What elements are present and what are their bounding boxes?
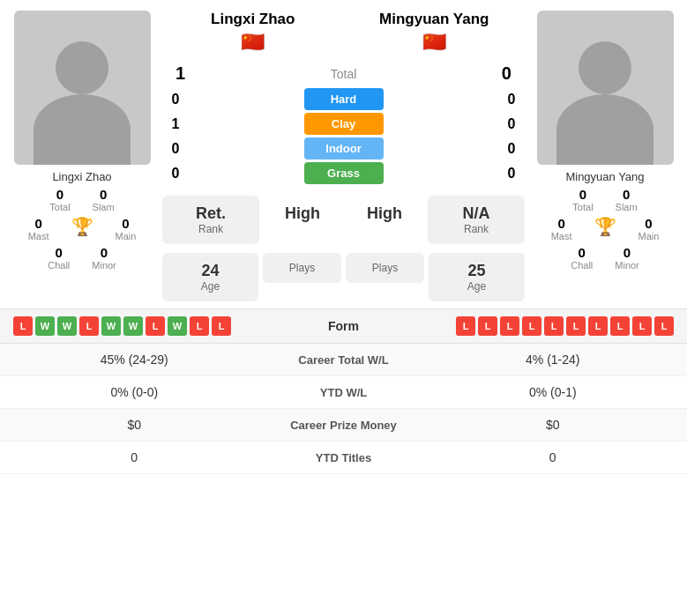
- stat-label: Career Total W/L: [256, 353, 432, 367]
- form-badge: W: [57, 316, 77, 336]
- p2-plays-panel: Plays: [346, 253, 424, 283]
- p2-indoor-score: 0: [498, 141, 525, 157]
- form-badge: L: [522, 316, 541, 336]
- p2-high-space: High: [346, 196, 423, 244]
- indoor-button[interactable]: Indoor: [304, 137, 384, 160]
- player1-stats-row3: 0 Chall 0 Minor: [7, 245, 157, 271]
- indoor-row: 0 Indoor 0: [162, 137, 525, 160]
- player2-chall-lbl: Chall: [571, 260, 593, 271]
- form-badge: W: [168, 316, 187, 336]
- hard-row: 0 Hard 0: [162, 88, 525, 110]
- player1-main-stat: 0 Main: [116, 216, 137, 241]
- player2-trophy: 🏆: [594, 216, 616, 241]
- stat-p1-val: 0% (0-0): [13, 385, 256, 399]
- stat-p2-val: 0% (0-1): [432, 385, 675, 399]
- form-badge: L: [212, 316, 231, 336]
- player2-main-val: 0: [645, 216, 652, 231]
- p2-rank-val: N/A: [437, 204, 516, 223]
- player2-chall-val: 0: [579, 245, 586, 260]
- player1-mast-val: 0: [34, 216, 41, 231]
- stat-label: YTD Titles: [256, 451, 432, 464]
- form-label: Form: [328, 319, 359, 333]
- player2-mast-stat: 0 Mast: [551, 216, 572, 241]
- form-badge: L: [500, 316, 519, 336]
- form-badge: W: [123, 316, 143, 336]
- player1-chall-lbl: Chall: [48, 260, 70, 271]
- p2-high-val: High: [355, 204, 414, 223]
- p2-plays-lbl: Plays: [355, 262, 415, 274]
- p1-form-badges: LWWLWWLWLL: [13, 316, 231, 336]
- p1-high-panel: High: [264, 196, 341, 232]
- form-badge: L: [588, 316, 608, 336]
- p1-age-lbl: Age: [171, 280, 250, 293]
- player1-mast-lbl: Mast: [28, 231, 49, 241]
- p1-rank-val: Ret.: [171, 204, 250, 223]
- form-badge: W: [101, 316, 121, 336]
- player2-header: Mingyuan Yang 🇨🇳: [344, 11, 526, 54]
- player1-mast-stat: 0 Mast: [28, 216, 49, 241]
- player1-total-val: 0: [56, 187, 63, 202]
- main-container: Lingxi Zhao 0 Total 0 Slam 0 Mast: [0, 0, 687, 474]
- stat-label: YTD W/L: [256, 386, 432, 399]
- clay-row: 1 Clay 0: [162, 113, 525, 135]
- stat-label: Career Prize Money: [256, 419, 432, 432]
- player2-mast-lbl: Mast: [551, 231, 572, 241]
- player2-avatar: [537, 11, 674, 165]
- player2-chall-stat: 0 Chall: [571, 245, 593, 271]
- p1-grass-score: 0: [162, 166, 189, 182]
- player1-total-lbl: Total: [49, 202, 70, 212]
- p1-rank-panel: Ret. Rank: [162, 196, 259, 244]
- p2-plays-space: Plays: [346, 253, 424, 301]
- form-badge: L: [79, 316, 99, 336]
- p2-clay-score: 0: [498, 116, 525, 132]
- form-badge: L: [632, 316, 652, 336]
- player1-total-score: 1: [175, 63, 185, 84]
- p1-hard-score: 0: [162, 92, 189, 108]
- hard-button[interactable]: Hard: [304, 88, 384, 110]
- form-badge: L: [544, 316, 564, 336]
- player2-minor-val: 0: [624, 245, 631, 260]
- stat-p2-val: 0: [432, 450, 675, 464]
- p1-plays-lbl: Plays: [272, 262, 332, 274]
- p1-indoor-score: 0: [162, 141, 189, 157]
- p1-age-val: 24: [171, 262, 250, 280]
- player1-minor-val: 0: [101, 245, 108, 260]
- player2-slam-stat: 0 Slam: [616, 187, 638, 212]
- player2-card: Mingyuan Yang 0 Total 0 Slam 0 Mast: [530, 11, 680, 271]
- p1-plays-panel: Plays: [263, 253, 341, 283]
- player2-trophy-icon: 🏆: [594, 216, 616, 237]
- clay-button[interactable]: Clay: [304, 113, 384, 135]
- stat-p1-val: $0: [13, 418, 256, 432]
- player1-chall-val: 0: [56, 245, 63, 260]
- player2-stats-row1: 0 Total 0 Slam: [530, 187, 680, 212]
- stat-p1-val: 0: [13, 450, 256, 464]
- player1-main-lbl: Main: [116, 231, 137, 241]
- center-col: Lingxi Zhao 🇨🇳 Mingyuan Yang 🇨🇳 1 Total …: [162, 11, 525, 301]
- surfaces-section: 0 Hard 0 1 Clay 0 0 Indoor 0 0 Grass: [162, 88, 525, 184]
- player1-trophy-icon: 🏆: [71, 216, 93, 237]
- player2-main-stat: 0 Main: [638, 216, 660, 241]
- form-badge: L: [456, 316, 475, 336]
- form-badge: L: [654, 316, 674, 336]
- p2-high-panel: High: [346, 196, 423, 232]
- player1-card: Lingxi Zhao 0 Total 0 Slam 0 Mast: [7, 11, 157, 271]
- p2-age-val: 25: [437, 262, 516, 280]
- player2-main-lbl: Main: [638, 231, 660, 241]
- p2-age-panel: 25 Age: [429, 253, 525, 301]
- stat-row: 0 YTD Titles 0: [0, 442, 687, 474]
- player2-total-score: 0: [502, 63, 512, 84]
- p1-high-val: High: [273, 204, 332, 223]
- player2-sub-stats: 0 Total 0 Slam 0 Mast 🏆: [530, 187, 680, 271]
- player1-stats-row2: 0 Mast 🏆 0 Main: [7, 216, 157, 241]
- player1-flag: 🇨🇳: [162, 31, 344, 54]
- player1-slam-val: 0: [100, 187, 107, 202]
- player2-total-stat: 0 Total: [572, 187, 593, 212]
- player1-main-val: 0: [122, 216, 129, 231]
- p2-rank-lbl: Rank: [437, 223, 516, 235]
- total-label: Total: [331, 67, 357, 81]
- grass-button[interactable]: Grass: [304, 162, 384, 184]
- player1-minor-stat: 0 Minor: [92, 245, 116, 271]
- player2-total-lbl: Total: [572, 202, 593, 212]
- p1-plays-space: Plays: [263, 253, 341, 301]
- form-badge: L: [13, 316, 33, 336]
